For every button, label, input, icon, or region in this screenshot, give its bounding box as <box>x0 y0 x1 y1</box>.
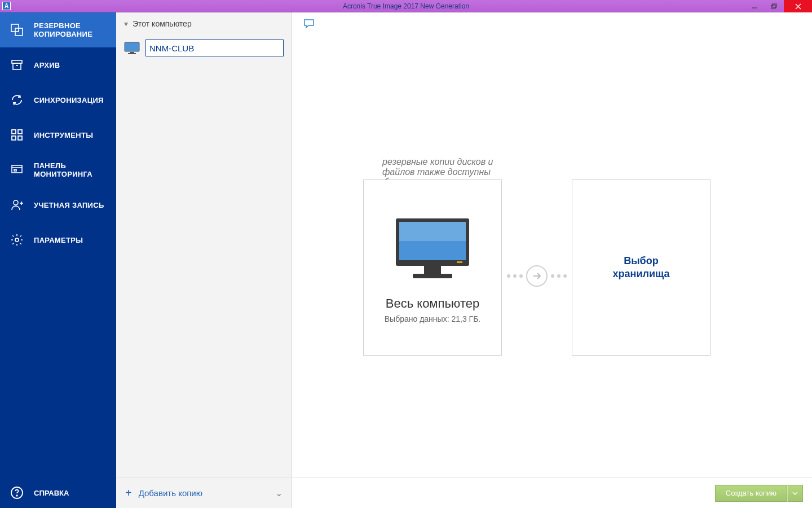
destination-label: Выборхранилища <box>613 255 670 281</box>
close-button[interactable] <box>784 0 812 12</box>
svg-rect-29 <box>457 261 462 263</box>
svg-rect-24 <box>130 52 134 53</box>
svg-rect-11 <box>18 130 22 134</box>
nav-item-settings[interactable]: ПАРАМЕТРЫ <box>0 222 116 257</box>
nav-item-sync[interactable]: СИНХРОНИЗАЦИЯ <box>0 82 116 117</box>
add-backup-button[interactable]: + Добавить копию ⌄ <box>116 478 292 508</box>
comment-icon[interactable] <box>303 19 314 29</box>
chevron-down-icon: ▾ <box>124 19 128 28</box>
source-title: Весь компьютер <box>386 296 479 311</box>
nav-item-tools[interactable]: ИНСТРУМЕНТЫ <box>0 117 116 152</box>
nav-label: АРХИВ <box>34 61 60 69</box>
svg-rect-25 <box>128 53 136 54</box>
main-panel: резервные копии дисков ифайлов также дос… <box>292 12 812 508</box>
sidebar-nav: РЕЗЕРВНОЕКОПИРОВАНИЕ АРХИВ СИНХРОНИЗАЦИЯ… <box>0 12 116 508</box>
svg-rect-1 <box>771 5 775 8</box>
svg-rect-30 <box>424 266 441 274</box>
hint-text: резервные копии дисков ифайлов также дос… <box>382 157 493 178</box>
list-header-label: Этот компьютер <box>133 19 192 28</box>
nav-label: ПАНЕЛЬМОНИТОРИНГА <box>34 161 92 178</box>
source-subtitle: Выбрано данных: 21,3 ГБ. <box>385 314 480 323</box>
create-backup-dropdown[interactable] <box>787 485 803 502</box>
minimize-button[interactable] <box>744 0 764 12</box>
backup-stage: резервные копии дисков ифайлов также дос… <box>292 35 812 478</box>
svg-rect-8 <box>13 63 21 69</box>
svg-rect-16 <box>14 169 16 171</box>
window-controls <box>744 0 812 12</box>
settings-icon <box>10 233 24 247</box>
list-header[interactable]: ▾ Этот компьютер <box>116 12 292 35</box>
computer-icon <box>124 42 140 54</box>
nav-label: ИНСТРУМЕНТЫ <box>34 131 93 139</box>
nav-label: УЧЕТНАЯ ЗАПИСЬ <box>34 201 104 209</box>
nav-label: РЕЗЕРВНОЕКОПИРОВАНИЕ <box>34 21 92 38</box>
nav-item-backup[interactable]: РЕЗЕРВНОЕКОПИРОВАНИЕ <box>0 12 116 47</box>
nav-label: СИНХРОНИЗАЦИЯ <box>34 96 104 104</box>
plus-icon: + <box>125 487 132 500</box>
main-toolbar <box>292 12 812 35</box>
nav-item-help[interactable]: СПРАВКА <box>0 478 116 508</box>
tools-icon <box>10 128 24 142</box>
svg-point-22 <box>16 495 17 496</box>
computer-illustration-icon <box>390 215 475 283</box>
svg-rect-10 <box>12 130 16 134</box>
nav-item-dashboard[interactable]: ПАНЕЛЬМОНИТОРИНГА <box>0 152 116 187</box>
window-title: Acronis True Image 2017 New Generation <box>0 2 812 10</box>
archive-icon <box>10 58 24 72</box>
svg-rect-23 <box>125 42 139 51</box>
svg-rect-12 <box>12 136 16 140</box>
titlebar: A Acronis True Image 2017 New Generation <box>0 0 812 12</box>
flow-arrow <box>507 264 567 288</box>
create-backup-button[interactable]: Создать копию <box>715 485 787 502</box>
svg-rect-31 <box>413 274 452 278</box>
main-footer: Создать копию <box>292 478 812 508</box>
maximize-button[interactable] <box>764 0 784 12</box>
svg-rect-14 <box>12 165 22 173</box>
svg-rect-28 <box>399 222 466 241</box>
help-icon <box>10 486 24 500</box>
backup-name-input[interactable] <box>145 40 284 56</box>
destination-card[interactable]: Выборхранилища <box>572 179 710 356</box>
add-backup-label: Добавить копию <box>139 488 268 498</box>
svg-point-17 <box>14 200 18 205</box>
backup-icon <box>10 23 24 37</box>
svg-rect-13 <box>18 136 22 140</box>
svg-rect-2 <box>773 4 776 7</box>
backup-list-item[interactable] <box>116 35 292 61</box>
nav-item-archive[interactable]: АРХИВ <box>0 47 116 82</box>
dashboard-icon <box>10 163 24 177</box>
nav-item-account[interactable]: УЧЕТНАЯ ЗАПИСЬ <box>0 187 116 222</box>
arrow-right-icon <box>526 265 548 287</box>
backup-list-panel: ▾ Этот компьютер + Добавить копию ⌄ <box>116 12 292 508</box>
source-card[interactable]: Весь компьютер Выбрано данных: 21,3 ГБ. <box>363 179 502 356</box>
nav-label: ПАРАМЕТРЫ <box>34 236 83 244</box>
account-icon <box>10 198 24 212</box>
sync-icon <box>10 93 24 107</box>
nav-help-label: СПРАВКА <box>34 489 69 497</box>
chevron-down-icon[interactable]: ⌄ <box>275 488 283 498</box>
svg-point-20 <box>15 238 19 242</box>
